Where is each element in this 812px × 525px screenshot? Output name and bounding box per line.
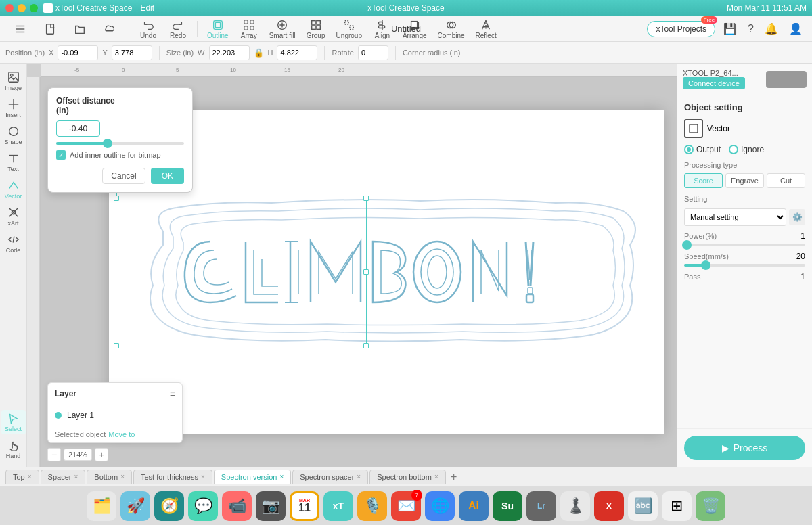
handle-bot-right[interactable] [363,343,369,348]
redo-button[interactable]: Redo [164,18,191,41]
slider-thumb[interactable] [103,139,112,148]
handle-top-center[interactable] [114,196,119,201]
engrave-button[interactable]: Engrave [725,173,764,188]
zoom-plus-button[interactable]: + [95,448,108,461]
move-to-link[interactable]: Move to [108,430,135,438]
w-input[interactable] [209,45,250,60]
new-file-button[interactable] [37,22,64,37]
tab-spectron-bottom[interactable]: Spectron bottom × [369,470,446,484]
layer-item[interactable]: Layer 1 [48,405,182,426]
power-slider[interactable] [684,244,805,246]
cancel-button[interactable]: Cancel [102,168,145,184]
group-button[interactable]: Group [302,18,330,41]
tab-spectron-version-close[interactable]: × [279,474,284,480]
rotate-input[interactable] [358,45,388,60]
tab-spacer[interactable]: Spacer × [41,470,86,484]
power-slider-thumb[interactable] [682,240,692,250]
sidebar-insert-button[interactable]: Insert [1,96,26,120]
user-button[interactable]: 👤 [786,20,805,38]
sidebar-text-button[interactable]: Text [1,150,26,175]
output-option[interactable]: Output [684,145,721,154]
help-button[interactable]: ? [745,20,757,38]
score-button[interactable]: Score [684,173,723,188]
sidebar-xart-button[interactable]: xArt [1,204,26,229]
tab-test-close[interactable]: × [201,474,205,480]
bitmap-checkbox[interactable]: ✓ [56,150,66,160]
ignore-option[interactable]: Ignore [729,145,764,154]
sidebar-vector-button[interactable]: Vector [1,177,26,202]
sidebar-image-button[interactable]: Image [1,69,26,93]
array-button[interactable]: Array [235,18,263,41]
tab-add-button[interactable]: + [447,470,461,484]
zoom-minus-button[interactable]: − [47,448,61,461]
dock-mail[interactable]: ✉️ 7 [391,491,421,521]
cloud-button[interactable] [96,22,123,37]
dock-excel[interactable]: X [594,491,624,521]
dock-lightroom[interactable]: Lr [526,491,556,521]
maximize-button[interactable] [30,4,38,12]
reflect-button[interactable]: Reflect [472,18,501,41]
process-button[interactable]: ▶ Process [684,436,805,460]
dock-chrome[interactable]: 🌐 [425,491,455,521]
outline-button[interactable]: Outline [203,18,233,41]
dock-illustrator[interactable]: Ai [459,491,489,521]
dock-podcast[interactable]: 🎙️ [357,491,387,521]
canvas-area[interactable]: -5 0 5 10 15 20 [27,64,677,467]
tab-spacer-close[interactable]: × [74,474,78,480]
tab-spectron-spacer[interactable]: Spectron spacer × [292,470,368,484]
dock-safari[interactable]: 🧭 [154,491,184,521]
tab-spectron-version[interactable]: Spectron version × [214,470,291,484]
sidebar-hand-button[interactable]: Hand [1,437,26,461]
dock-chessbase[interactable]: ♟️ [560,491,590,521]
y-input[interactable] [112,45,152,60]
canvas-content[interactable]: Offset distance (in) ✓ Add inner outline… [41,77,677,467]
ok-button[interactable]: OK [151,168,184,184]
setting-expand-button[interactable]: ⚙️ [789,209,805,225]
offset-slider[interactable] [56,142,184,145]
sidebar-shape-button[interactable]: Shape [1,123,26,147]
cut-button[interactable]: Cut [767,173,805,188]
dock-photos[interactable]: 📷 [256,491,286,521]
speed-slider[interactable] [684,264,805,267]
minimize-button[interactable] [18,4,26,12]
dock-calendar[interactable]: MAR 11 [290,491,319,521]
x-input[interactable] [58,45,98,60]
sidebar-code-button[interactable]: Code [1,231,26,256]
lock-icon[interactable]: 🔒 [254,48,264,58]
handle-bot-center[interactable] [114,343,119,348]
tab-spectron-spacer-close[interactable]: × [357,474,361,480]
dock-messages[interactable]: 💬 [188,491,218,521]
ungroup-button[interactable]: Ungroup [332,18,366,41]
dock-finder[interactable]: 🗂️ [87,491,116,521]
offset-value-input[interactable] [56,120,100,137]
handle-top-right[interactable] [363,196,369,201]
dock-trash[interactable]: 🗑️ [696,491,725,521]
smart-fill-button[interactable]: Smart fill [265,18,300,41]
tab-top[interactable]: Top × [5,470,39,484]
manual-setting-select[interactable]: Manual setting [684,208,786,226]
connect-device-button[interactable]: Connect device [683,77,745,89]
save-button[interactable]: 💾 [721,20,740,38]
speed-slider-thumb[interactable] [701,260,710,270]
notification-button[interactable]: 🔔 [762,20,781,38]
output-radio[interactable] [684,145,694,154]
undo-button[interactable]: Undo [135,18,162,41]
xtool-projects-button[interactable]: xTool Projects Free [647,21,715,37]
dock-facetime[interactable]: 📹 [222,491,252,521]
tab-test-thickness[interactable]: Test for thickness × [133,470,212,484]
dock-sketchup[interactable]: Su [493,491,522,521]
tab-bottom[interactable]: Bottom × [87,470,132,484]
dock-font-book[interactable]: 🔤 [628,491,658,521]
ignore-radio[interactable] [729,145,738,154]
dock-launchpad[interactable]: 🚀 [120,491,150,521]
tab-spectron-bottom-close[interactable]: × [434,474,438,480]
open-button[interactable] [66,22,93,37]
dock-apps[interactable]: ⊞ [662,491,692,521]
layer-menu-icon[interactable]: ≡ [170,388,175,399]
handle-mid-right[interactable] [363,269,369,275]
tab-bottom-close[interactable]: × [120,474,125,480]
sidebar-select-button[interactable]: Select [1,410,26,434]
dock-xtool[interactable]: xT [323,491,353,521]
combine-button[interactable]: Combine [434,18,469,41]
close-button[interactable] [5,4,14,12]
